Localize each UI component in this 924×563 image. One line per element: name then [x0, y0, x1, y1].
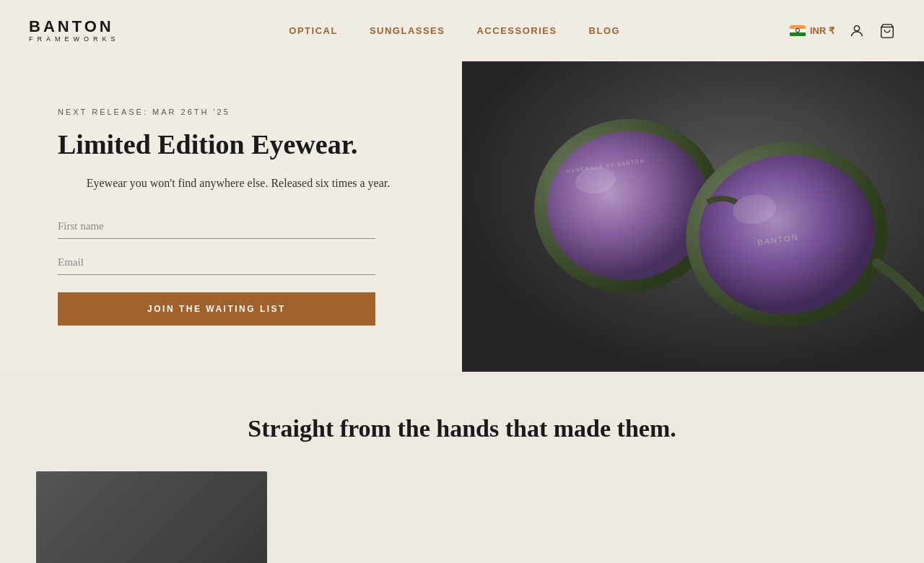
logo[interactable]: BANTON FRAMEWORKS: [29, 19, 120, 43]
hero-description: Eyewear you won't find anywhere else. Re…: [58, 174, 419, 193]
nav-optical[interactable]: OPTICAL: [289, 25, 338, 36]
release-badge: NEXT RELEASE: MAR 26TH '25: [58, 108, 419, 116]
header-right: INR ₹: [790, 23, 895, 39]
cart-button[interactable]: [879, 23, 895, 39]
thumbnail-1: [36, 471, 267, 563]
nav-sunglasses[interactable]: SUNGLASSES: [370, 25, 445, 36]
hero-title: Limited Edition Eyewear.: [58, 129, 419, 161]
section-handmade: Straight from the hands that made them.: [0, 372, 924, 563]
currency-label: INR ₹: [810, 25, 834, 36]
account-icon: [849, 23, 865, 39]
hero-image: BANTON HANDMADE BY BANTON: [462, 61, 924, 372]
nav-accessories[interactable]: ACCESSORIES: [476, 25, 557, 36]
glasses-image: BANTON HANDMADE BY BANTON: [462, 61, 924, 372]
site-header: BANTON FRAMEWORKS OPTICAL SUNGLASSES ACC…: [0, 0, 924, 61]
logo-sub: FRAMEWORKS: [29, 36, 120, 43]
handmade-heading: Straight from the hands that made them.: [29, 415, 895, 442]
first-name-input[interactable]: [58, 214, 375, 239]
nav-blog[interactable]: BLOG: [589, 25, 621, 36]
main-nav: OPTICAL SUNGLASSES ACCESSORIES BLOG: [289, 25, 620, 36]
india-flag-icon: [790, 25, 806, 37]
thumbnails-row: [29, 471, 895, 563]
email-group: [58, 250, 419, 275]
join-waitlist-button[interactable]: JOIN THE WAITING LIST: [58, 292, 375, 326]
hero-left: NEXT RELEASE: MAR 26TH '25 Limited Editi…: [0, 61, 462, 372]
svg-point-0: [854, 25, 859, 30]
cart-icon: [879, 23, 895, 39]
currency-selector[interactable]: INR ₹: [790, 25, 834, 37]
email-input[interactable]: [58, 250, 375, 275]
first-name-group: [58, 214, 419, 239]
hero-section: NEXT RELEASE: MAR 26TH '25 Limited Editi…: [0, 61, 924, 372]
logo-brand: BANTON: [29, 19, 120, 35]
account-button[interactable]: [849, 23, 865, 39]
